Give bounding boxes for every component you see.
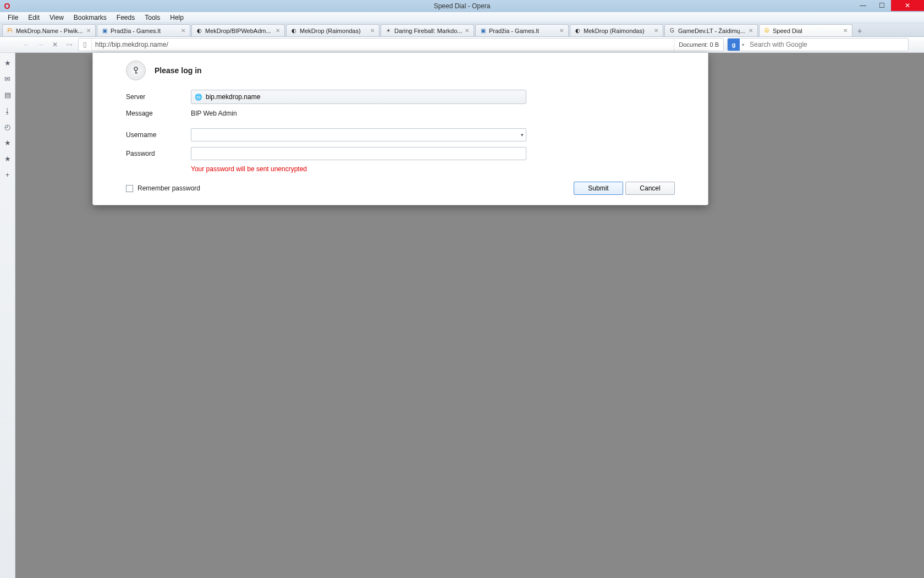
- key-icon: [126, 61, 146, 80]
- username-label: Username: [126, 131, 191, 139]
- tab-label: Daring Fireball: Markdo...: [394, 28, 463, 34]
- starred-panel-icon[interactable]: ★: [3, 138, 12, 147]
- svg-point-0: [134, 67, 138, 70]
- favicon-icon: Pi: [6, 27, 14, 35]
- favicon-icon: ◐: [195, 27, 203, 35]
- favicon-icon: ▣: [479, 27, 487, 35]
- tab-label: MekDrop/BIPWebAdm...: [205, 28, 274, 34]
- tab-label: MekDrop (Raimondas): [300, 28, 369, 34]
- globe-icon: 🌐: [195, 94, 202, 101]
- tab-label: Pradžia - Games.lt: [489, 28, 558, 34]
- server-label: Server: [126, 93, 191, 101]
- maximize-button[interactable]: ☐: [872, 0, 891, 11]
- notes-panel-icon[interactable]: ▤: [3, 90, 12, 99]
- browser-tab[interactable]: ▣Pradžia - Games.lt✕: [97, 24, 190, 36]
- mail-panel-icon[interactable]: ✉: [3, 74, 12, 83]
- menu-feeds[interactable]: Feeds: [112, 13, 139, 23]
- close-button[interactable]: ✕: [891, 0, 924, 11]
- menu-file[interactable]: File: [3, 13, 23, 23]
- menu-bar: File Edit View Bookmarks Feeds Tools Hel…: [0, 12, 924, 23]
- stop-button[interactable]: ✕: [50, 39, 61, 50]
- downloads-panel-icon[interactable]: ⭳: [3, 106, 12, 115]
- username-input[interactable]: ▾: [191, 128, 526, 141]
- forward-button[interactable]: →: [35, 39, 46, 50]
- remember-password-checkbox[interactable]: Remember password: [126, 184, 200, 192]
- browser-tab[interactable]: ◐MekDrop/BIPWebAdm...✕: [191, 24, 285, 36]
- favicon-icon: ◐: [574, 27, 581, 35]
- dialog-title: Please log in: [155, 66, 202, 75]
- tab-strip: PiMekDrop.Name - Piwik...✕▣Pradžia - Gam…: [0, 23, 924, 37]
- toolbar: ← → ✕ ⊶ ▯ http://bip.mekdrop.name/ Docum…: [0, 37, 924, 53]
- opera-logo-icon: O: [3, 2, 11, 10]
- chevron-down-icon[interactable]: ▾: [521, 132, 524, 138]
- url-field[interactable]: http://bip.mekdrop.name/: [92, 41, 674, 48]
- tab-label: MekDrop.Name - Piwik...: [16, 28, 85, 34]
- favicon-icon: G: [668, 27, 676, 35]
- history-panel-icon[interactable]: ◴: [3, 122, 12, 131]
- favicon-icon: ✶: [384, 27, 392, 35]
- password-input[interactable]: [191, 147, 526, 160]
- checkbox-icon[interactable]: [126, 185, 133, 192]
- browser-tab[interactable]: GGameDev.LT - Žaidimų...✕: [664, 24, 758, 36]
- close-tab-icon[interactable]: ✕: [370, 28, 377, 34]
- browser-tab[interactable]: ▣Pradžia - Games.lt✕: [475, 24, 569, 36]
- menu-view[interactable]: View: [45, 13, 68, 23]
- bookmarks-panel-icon[interactable]: ★: [3, 58, 12, 67]
- browser-tab[interactable]: ◐MekDrop (Raimondas)✕: [570, 24, 663, 36]
- add-panel-icon[interactable]: +: [3, 170, 12, 179]
- menu-bookmarks[interactable]: Bookmarks: [69, 13, 111, 23]
- svg-rect-2: [135, 73, 138, 74]
- close-tab-icon[interactable]: ✕: [465, 28, 471, 34]
- close-tab-icon[interactable]: ✕: [559, 28, 566, 34]
- favicon-icon: ⦿: [763, 27, 771, 35]
- warning-text: Your password will be sent unencrypted: [93, 163, 708, 177]
- close-tab-icon[interactable]: ✕: [276, 28, 282, 34]
- tab-label: Pradžia - Games.lt: [111, 28, 179, 34]
- workspace: ★ ✉ ▤ ⭳ ◴ ★ ★ + Please log in Server 🌐 b…: [0, 53, 924, 578]
- search-engine-icon[interactable]: g: [728, 39, 740, 51]
- favicon-icon: ▣: [101, 27, 108, 35]
- menu-help[interactable]: Help: [166, 13, 188, 23]
- tab-label: MekDrop (Raimondas): [584, 28, 652, 34]
- menu-tools[interactable]: Tools: [140, 13, 164, 23]
- minimize-button[interactable]: —: [854, 0, 872, 11]
- server-value: bip.mekdrop.name: [206, 93, 260, 101]
- tab-label: Speed Dial: [773, 28, 842, 34]
- browser-tab[interactable]: ◐MekDrop (Raimondas)✕: [286, 24, 380, 36]
- close-tab-icon[interactable]: ✕: [181, 28, 188, 34]
- message-value: BIP Web Admin: [191, 110, 675, 117]
- starred-panel-icon-2[interactable]: ★: [3, 154, 12, 163]
- password-label: Password: [126, 150, 191, 157]
- login-dialog: Please log in Server 🌐 bip.mekdrop.name …: [92, 53, 708, 205]
- favicon-icon: ◐: [290, 27, 298, 35]
- address-bar[interactable]: ▯ http://bip.mekdrop.name/ Document: 0 B: [78, 38, 724, 51]
- document-status: Document: 0 B: [674, 39, 723, 51]
- menu-edit[interactable]: Edit: [24, 13, 44, 23]
- search-input[interactable]: [746, 41, 908, 48]
- window-title: Speed Dial - Opera: [434, 2, 491, 10]
- remember-label: Remember password: [138, 184, 200, 192]
- site-info-icon[interactable]: ▯: [79, 39, 92, 51]
- server-field: 🌐 bip.mekdrop.name: [191, 90, 526, 104]
- wand-icon[interactable]: ⊶: [64, 39, 75, 50]
- submit-button[interactable]: Submit: [574, 182, 623, 195]
- close-tab-icon[interactable]: ✕: [654, 28, 661, 34]
- close-tab-icon[interactable]: ✕: [843, 28, 850, 34]
- message-label: Message: [126, 110, 191, 117]
- search-box[interactable]: g ▾: [727, 38, 909, 51]
- new-tab-button[interactable]: +: [854, 25, 866, 36]
- back-button[interactable]: ←: [21, 39, 32, 50]
- side-panel: ★ ✉ ▤ ⭳ ◴ ★ ★ +: [0, 53, 15, 578]
- browser-tab[interactable]: ⦿Speed Dial✕: [759, 24, 853, 36]
- tab-label: GameDev.LT - Žaidimų...: [678, 28, 747, 34]
- page-viewport: Please log in Server 🌐 bip.mekdrop.name …: [15, 53, 924, 578]
- chevron-down-icon[interactable]: ▾: [740, 42, 746, 47]
- window-titlebar: O Speed Dial - Opera — ☐ ✕: [0, 0, 924, 12]
- browser-tab[interactable]: PiMekDrop.Name - Piwik...✕: [2, 24, 96, 36]
- cancel-button[interactable]: Cancel: [625, 182, 675, 195]
- close-tab-icon[interactable]: ✕: [86, 28, 93, 34]
- browser-tab[interactable]: ✶Daring Fireball: Markdo...✕: [381, 24, 474, 36]
- close-tab-icon[interactable]: ✕: [749, 28, 755, 34]
